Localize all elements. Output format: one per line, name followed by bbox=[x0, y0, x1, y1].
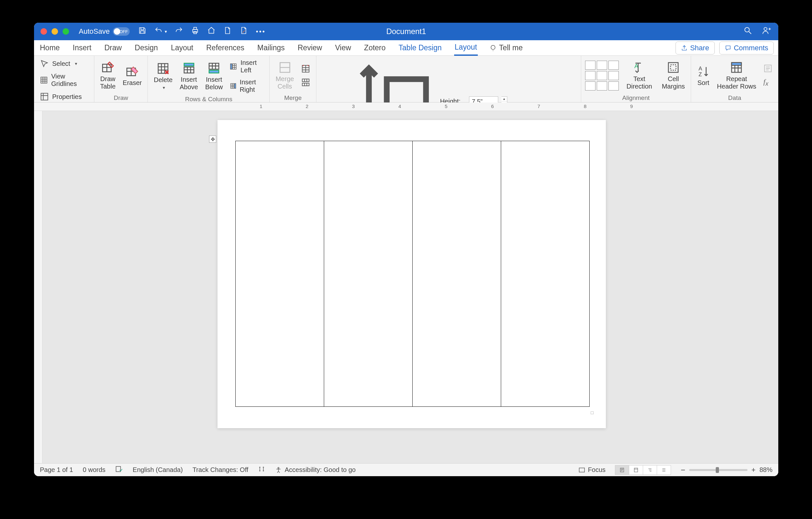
convert-to-text-button bbox=[761, 63, 774, 74]
comments-button[interactable]: Comments bbox=[719, 42, 774, 54]
display-settings-icon[interactable] bbox=[258, 465, 265, 474]
share-button[interactable]: Share bbox=[675, 42, 715, 54]
accessibility-icon[interactable]: Accessibility: Good to go bbox=[275, 466, 356, 473]
tab-view[interactable]: View bbox=[335, 40, 352, 55]
save-icon[interactable] bbox=[138, 26, 146, 37]
svg-rect-36 bbox=[116, 466, 121, 472]
split-table-button[interactable] bbox=[299, 77, 312, 88]
titlebar: AutoSave OFF ▾ ••• Document1 bbox=[34, 23, 778, 40]
table-cell[interactable] bbox=[501, 141, 590, 407]
svg-rect-16 bbox=[230, 64, 232, 70]
doc2-icon[interactable] bbox=[239, 26, 248, 37]
tab-design[interactable]: Design bbox=[134, 40, 159, 55]
zoom-in-button[interactable]: + bbox=[751, 466, 756, 474]
insert-below-button[interactable]: Insert Below bbox=[203, 61, 225, 91]
tab-zotero[interactable]: Zotero bbox=[364, 40, 386, 55]
undo-icon[interactable] bbox=[154, 26, 163, 37]
search-icon[interactable] bbox=[743, 26, 752, 37]
status-bar: Page 1 of 1 0 words English (Canada) Tra… bbox=[34, 463, 778, 476]
svg-point-4 bbox=[764, 28, 767, 30]
zoom-level[interactable]: 88% bbox=[759, 466, 773, 473]
close-window-button[interactable] bbox=[40, 28, 47, 35]
tab-review[interactable]: Review bbox=[297, 40, 322, 55]
share-presence-icon[interactable] bbox=[762, 26, 771, 37]
focus-button[interactable]: Focus bbox=[578, 466, 606, 473]
tab-references[interactable]: References bbox=[205, 40, 245, 55]
status-page[interactable]: Page 1 of 1 bbox=[40, 466, 73, 473]
ribbon-tabs: Home Insert Draw Design Layout Reference… bbox=[34, 40, 778, 56]
table-cell[interactable] bbox=[324, 141, 413, 407]
tab-table-design[interactable]: Table Design bbox=[398, 40, 442, 55]
document-canvas[interactable]: ✥ □ bbox=[42, 111, 778, 468]
tab-layout[interactable]: Layout bbox=[170, 40, 194, 55]
svg-rect-30 bbox=[671, 65, 676, 71]
tell-me-search[interactable]: Tell me bbox=[490, 44, 523, 52]
zoom-out-button[interactable]: − bbox=[681, 465, 685, 474]
doc1-icon[interactable] bbox=[223, 26, 232, 37]
table-move-handle-icon[interactable]: ✥ bbox=[209, 136, 216, 143]
view-gridlines-button[interactable]: View Gridlines bbox=[38, 71, 90, 89]
print-layout-view-button[interactable] bbox=[615, 465, 629, 475]
svg-point-5 bbox=[491, 45, 495, 49]
autosave-label: AutoSave bbox=[79, 27, 110, 36]
tab-mailings[interactable]: Mailings bbox=[257, 40, 285, 55]
select-button[interactable]: Select bbox=[38, 58, 90, 70]
autosave-switch[interactable]: OFF bbox=[113, 27, 130, 36]
minimize-window-button[interactable] bbox=[52, 28, 58, 35]
svg-rect-18 bbox=[235, 83, 236, 88]
print-icon[interactable] bbox=[191, 26, 199, 37]
tab-table-layout[interactable]: Layout bbox=[454, 40, 478, 56]
svg-rect-14 bbox=[209, 71, 219, 73]
status-language[interactable]: English (Canada) bbox=[133, 466, 183, 473]
status-words[interactable]: 0 words bbox=[83, 466, 105, 473]
eraser-button[interactable]: Eraser bbox=[121, 64, 144, 87]
more-commands-icon[interactable]: ••• bbox=[256, 28, 265, 35]
sort-button[interactable]: AZSort bbox=[695, 64, 712, 87]
cell-alignment-grid[interactable] bbox=[585, 61, 619, 90]
formula-button[interactable]: fx bbox=[761, 76, 774, 88]
tab-home[interactable]: Home bbox=[39, 40, 60, 55]
home-icon[interactable] bbox=[207, 26, 215, 37]
maximize-window-button[interactable] bbox=[63, 28, 69, 35]
svg-rect-39 bbox=[620, 468, 624, 472]
status-track-changes[interactable]: Track Changes: Off bbox=[193, 466, 248, 473]
work-area: ✥ □ bbox=[34, 111, 778, 468]
tab-draw[interactable]: Draw bbox=[104, 40, 122, 55]
insert-left-button[interactable]: Insert Left bbox=[228, 58, 265, 75]
delete-button[interactable]: Delete bbox=[152, 61, 174, 91]
group-draw: Draw Table Eraser Draw bbox=[94, 56, 148, 102]
svg-text:A: A bbox=[699, 65, 702, 71]
svg-rect-38 bbox=[579, 468, 584, 472]
table-resize-handle-icon[interactable]: □ bbox=[591, 410, 593, 415]
properties-button[interactable]: Properties bbox=[38, 91, 90, 103]
document-table[interactable] bbox=[235, 141, 590, 407]
outline-view-button[interactable] bbox=[643, 465, 657, 475]
split-cells-button[interactable] bbox=[299, 63, 312, 75]
insert-right-button[interactable]: Insert Right bbox=[228, 77, 265, 95]
group-table: Select View Gridlines Properties Table bbox=[34, 56, 94, 102]
redo-icon[interactable] bbox=[175, 26, 183, 37]
vertical-ruler[interactable] bbox=[34, 111, 42, 468]
svg-rect-6 bbox=[41, 77, 47, 83]
repeat-header-rows-button[interactable]: Repeat Header Rows bbox=[715, 60, 758, 91]
quick-access-toolbar: ▾ ••• bbox=[138, 26, 265, 37]
insert-above-button[interactable]: Insert Above bbox=[178, 61, 200, 91]
table-cell[interactable] bbox=[413, 141, 501, 407]
cell-margins-button[interactable]: Cell Margins bbox=[660, 60, 687, 91]
draw-table-button[interactable]: Draw Table bbox=[98, 60, 118, 91]
zoom-slider[interactable] bbox=[689, 469, 748, 471]
spellcheck-icon[interactable] bbox=[115, 465, 123, 474]
horizontal-ruler[interactable]: 1 2 3 4 5 6 7 8 9 bbox=[34, 103, 778, 111]
web-layout-view-button[interactable] bbox=[629, 465, 643, 475]
table-row[interactable] bbox=[236, 141, 590, 407]
draft-view-button[interactable] bbox=[657, 465, 671, 475]
table-cell[interactable] bbox=[236, 141, 324, 407]
group-merge: Merge Cells Merge bbox=[270, 56, 316, 102]
svg-rect-40 bbox=[634, 468, 638, 472]
svg-point-37 bbox=[278, 467, 279, 468]
tab-insert[interactable]: Insert bbox=[72, 40, 92, 55]
text-direction-button[interactable]: AText Direction bbox=[625, 60, 654, 91]
undo-dropdown-icon[interactable]: ▾ bbox=[165, 29, 167, 34]
page[interactable]: ✥ □ bbox=[218, 120, 606, 428]
autosave-control[interactable]: AutoSave OFF bbox=[79, 27, 130, 36]
